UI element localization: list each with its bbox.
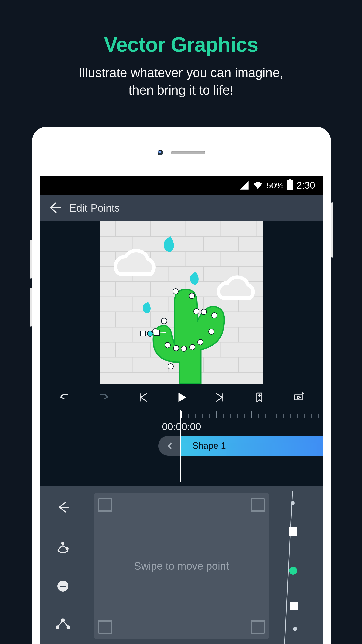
svg-point-73 bbox=[61, 619, 64, 622]
go-end-icon bbox=[214, 391, 227, 404]
header-title: Edit Points bbox=[69, 202, 120, 214]
tablet-volume-up bbox=[30, 240, 32, 279]
loop-icon bbox=[292, 391, 305, 404]
svg-point-69 bbox=[147, 331, 153, 336]
svg-point-65 bbox=[168, 364, 173, 369]
path-node[interactable] bbox=[293, 627, 297, 631]
path-handle[interactable] bbox=[289, 527, 297, 536]
track-clip[interactable]: Shape 1 bbox=[181, 436, 323, 456]
panel-remove-icon bbox=[57, 581, 68, 592]
svg-point-61 bbox=[190, 344, 195, 350]
svg-point-64 bbox=[165, 342, 170, 348]
play-icon bbox=[176, 392, 187, 403]
svg-point-71 bbox=[66, 548, 68, 550]
status-bar: 50% 2:30 bbox=[40, 176, 323, 195]
svg-point-53 bbox=[189, 293, 195, 299]
timeline-track[interactable]: Shape 1 bbox=[40, 436, 323, 456]
panel-back-icon bbox=[56, 500, 70, 514]
playhead-line[interactable] bbox=[180, 410, 181, 482]
loop-button[interactable] bbox=[279, 391, 318, 404]
tablet-frame: 50% 2:30 Edit Points bbox=[32, 127, 331, 644]
panel-curve-icon bbox=[56, 540, 70, 554]
artboard-drawing bbox=[100, 221, 263, 384]
svg-point-54 bbox=[161, 318, 167, 324]
status-clock: 2:30 bbox=[297, 180, 315, 191]
svg-point-72 bbox=[56, 626, 59, 629]
chevron-left-icon bbox=[166, 441, 174, 450]
point-list[interactable] bbox=[278, 486, 323, 644]
undo-button[interactable] bbox=[45, 391, 84, 404]
promo-subtitle: Illustrate whatever you can imagine, the… bbox=[0, 64, 362, 99]
panel-back-button[interactable] bbox=[56, 500, 70, 515]
battery-icon bbox=[287, 180, 293, 190]
edit-panel-center: Swipe to move point bbox=[85, 486, 278, 644]
svg-rect-68 bbox=[154, 330, 160, 336]
svg-point-57 bbox=[201, 309, 207, 315]
battery-percent: 50% bbox=[266, 181, 284, 190]
back-button[interactable] bbox=[47, 200, 61, 216]
touchpad-hint: Swipe to move point bbox=[134, 560, 229, 572]
path-node-selected[interactable] bbox=[289, 567, 297, 575]
timeline-ruler[interactable] bbox=[40, 411, 323, 418]
redo-button[interactable] bbox=[84, 391, 123, 404]
go-start-icon bbox=[136, 391, 149, 404]
move-point-touchpad[interactable]: Swipe to move point bbox=[94, 493, 269, 639]
svg-rect-67 bbox=[141, 331, 146, 336]
undo-icon bbox=[58, 391, 71, 404]
panel-convert-icon bbox=[56, 617, 70, 631]
tablet-speaker bbox=[171, 151, 205, 154]
svg-point-74 bbox=[67, 626, 70, 629]
cell-signal-icon bbox=[239, 180, 249, 190]
panel-convert-button[interactable] bbox=[56, 617, 70, 632]
edit-panel: Swipe to move point bbox=[40, 486, 323, 644]
timecode: 00:00:00 bbox=[40, 418, 323, 436]
app-header: Edit Points bbox=[40, 195, 323, 221]
go-start-button[interactable] bbox=[123, 391, 162, 404]
svg-point-58 bbox=[212, 313, 217, 318]
canvas-area[interactable] bbox=[40, 221, 323, 384]
svg-point-59 bbox=[209, 329, 214, 334]
svg-point-63 bbox=[173, 345, 179, 351]
svg-point-62 bbox=[181, 346, 187, 351]
back-arrow-icon bbox=[47, 200, 61, 215]
app-screen: 50% 2:30 Edit Points bbox=[40, 176, 323, 644]
wifi-icon bbox=[253, 180, 263, 190]
svg-point-60 bbox=[198, 339, 203, 345]
path-node[interactable] bbox=[291, 501, 295, 505]
promo-heading: Vector Graphics Illustrate whatever you … bbox=[0, 0, 362, 99]
svg-point-52 bbox=[173, 289, 178, 294]
tablet-power-button bbox=[331, 202, 333, 258]
redo-icon bbox=[97, 391, 110, 404]
tablet-camera-cluster bbox=[158, 150, 205, 155]
track-scroll-left[interactable] bbox=[158, 436, 182, 456]
track-label: Shape 1 bbox=[192, 440, 226, 451]
artboard[interactable] bbox=[100, 221, 263, 384]
promo-background: Vector Graphics Illustrate whatever you … bbox=[0, 0, 362, 644]
playback-toolbar bbox=[40, 384, 323, 411]
tablet-volume-down bbox=[30, 288, 32, 327]
panel-remove-point-button[interactable] bbox=[57, 581, 68, 592]
panel-curve-button[interactable] bbox=[56, 540, 70, 555]
path-handle[interactable] bbox=[290, 602, 298, 610]
promo-title: Vector Graphics bbox=[0, 33, 362, 56]
svg-point-56 bbox=[194, 309, 199, 314]
svg-point-70 bbox=[62, 542, 64, 544]
tablet-camera bbox=[158, 150, 163, 155]
edit-panel-tools bbox=[40, 486, 85, 644]
go-end-button[interactable] bbox=[201, 391, 240, 404]
bookmark-add-icon bbox=[253, 391, 266, 404]
add-keyframe-button[interactable] bbox=[240, 391, 279, 404]
play-button[interactable] bbox=[162, 392, 201, 403]
